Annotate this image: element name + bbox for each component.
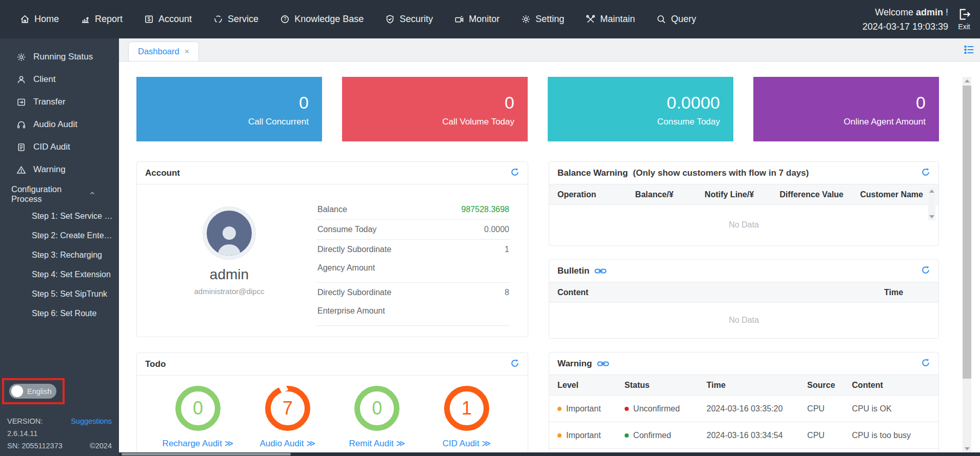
sidebar-item-label: Running Status (33, 52, 93, 62)
stat-card-call-concurrent: 0 Call Concurrent (136, 77, 322, 141)
scroll-down-arrow[interactable] (929, 215, 934, 218)
tools-icon (586, 14, 595, 24)
stat-value: 0 (299, 91, 309, 114)
vertical-scrollbar[interactable] (963, 77, 971, 453)
nav-item-query[interactable]: Query (646, 0, 707, 38)
todo-ring: 7 (265, 386, 310, 431)
sidebar-step-4[interactable]: Step 4: Set Extension (0, 265, 119, 284)
warning-row-2: Important Confirmed 2024-03-16 03:34:54 … (549, 422, 938, 449)
dashboard-content: 0 Call Concurrent 0 Call Volume Today 0.… (119, 61, 980, 455)
current-datetime: 2024-03-17 19:03:39 (863, 19, 948, 34)
suggestions-link[interactable]: Suggestions (71, 415, 112, 427)
sidebar-item-cid-audit[interactable]: CID Audit (0, 136, 119, 158)
refresh-icon[interactable] (921, 168, 930, 179)
tab-list-menu-icon[interactable] (964, 44, 975, 57)
recharge-audit-link[interactable]: Recharge Audit ≫ (163, 438, 234, 449)
refresh-icon[interactable] (510, 168, 519, 179)
nav-item-home[interactable]: Home (9, 0, 70, 38)
nav-item-report[interactable]: Report (70, 0, 133, 38)
nav-item-service[interactable]: Service (203, 0, 269, 38)
nav-item-account[interactable]: $ Account (133, 0, 203, 38)
link-icon[interactable] (597, 360, 609, 367)
refresh-icon[interactable] (921, 265, 930, 277)
tab-bar: Dashboard × (119, 38, 980, 61)
search-icon (656, 14, 666, 24)
top-navbar: Home Report $ Account Service ? Knowledg… (0, 0, 980, 38)
sidebar-step-2[interactable]: Step 2: Create Ente… (0, 226, 119, 245)
account-row-agency-amount: Directly Subordinate Agency Amount 1 (316, 240, 510, 283)
document-icon (16, 142, 26, 152)
stat-label: Call Volume Today (443, 117, 515, 127)
scrollbar-thumb[interactable] (963, 86, 971, 379)
account-email: administrator@dipcc (194, 287, 265, 296)
main-area: Dashboard × 0 Call Concurrent 0 Call Vol… (119, 38, 980, 456)
headset-icon (16, 120, 26, 130)
bulletin-table-header: Content Time (549, 282, 938, 303)
nav-item-label: Setting (535, 14, 564, 25)
balance-warning-table-header: Operation Balance/¥ Notify Line/¥ Differ… (549, 184, 938, 205)
scrollbar-up-arrow[interactable] (965, 79, 970, 82)
language-toggle[interactable]: English (9, 384, 56, 399)
account-row-consume-today: Consume Today 0.0000 (316, 220, 510, 240)
chevron-up-icon (88, 189, 96, 199)
shield-check-icon (385, 14, 395, 24)
sidebar-section-configuration-process[interactable]: Configuration Process (0, 182, 119, 206)
nav-item-knowledge-base[interactable]: ? Knowledge Base (269, 0, 374, 38)
nav-item-label: Report (95, 14, 123, 25)
warning-triangle-icon (16, 165, 26, 175)
table-scrollbar[interactable] (928, 188, 935, 220)
tab-dashboard[interactable]: Dashboard × (128, 42, 199, 61)
sidebar-item-transfer[interactable]: Transfer (0, 91, 119, 113)
nav-item-maintain[interactable]: Maintain (575, 0, 646, 38)
sidebar-item-audio-audit[interactable]: Audio Audit (0, 113, 119, 136)
sidebar-step-3[interactable]: Step 3: Recharging (0, 245, 119, 265)
home-icon (20, 14, 30, 24)
stat-value: 0.0000 (667, 91, 720, 114)
nav-item-monitor[interactable]: Monitor (444, 0, 510, 38)
todo-item-cid-audit: 1 CID Audit ≫ (428, 386, 505, 449)
dollar-card-icon: $ (144, 14, 154, 24)
stat-card-consume-today: 0.0000 Consume Today (548, 77, 733, 141)
horizontal-scrollbar-thumb[interactable] (122, 453, 291, 455)
sidebar-item-running-status[interactable]: Running Status (0, 46, 119, 68)
sidebar: Running Status Client Transfer Audio Aud… (0, 38, 119, 456)
scroll-up-arrow[interactable] (929, 190, 934, 193)
exit-button[interactable]: Exit (957, 8, 973, 31)
nav-item-label: Monitor (469, 14, 499, 25)
audio-audit-link[interactable]: Audio Audit ≫ (259, 438, 315, 449)
avatar (203, 207, 255, 259)
refresh-icon[interactable] (921, 358, 930, 369)
stat-value: 0 (505, 91, 514, 114)
horizontal-scrollbar[interactable] (119, 452, 980, 456)
sidebar-step-1[interactable]: Step 1: Set Service … (0, 206, 119, 226)
panel-subtitle: (Only show customers with flow in 7 days… (633, 168, 809, 178)
serial-number: SN: 2055112373 (7, 440, 63, 452)
nav-item-setting[interactable]: Setting (510, 0, 575, 38)
copyright: ©2024 (90, 440, 112, 452)
nav-item-label: Home (34, 14, 59, 25)
user-session-info: Welcome admin ! 2024-03-17 19:03:39 (863, 5, 948, 34)
tab-close-icon[interactable]: × (185, 47, 189, 56)
account-panel: Account admin administrator@dipcc (136, 161, 528, 337)
sidebar-item-label: Client (33, 74, 55, 85)
todo-item-remit-audit: 0 Remit Audit ≫ (338, 386, 415, 449)
svg-text:$: $ (148, 16, 151, 22)
todo-panel: Todo 0 Recharge Audit ≫ 7 Audio Audit ≫ (136, 353, 528, 456)
scrollbar-down-arrow[interactable] (965, 447, 970, 450)
remit-audit-link[interactable]: Remit Audit ≫ (349, 438, 405, 449)
link-icon[interactable] (594, 267, 607, 275)
account-row-enterprise-amount: Directly Subordinate Enterprise Amount 8 (316, 283, 510, 326)
sidebar-step-5[interactable]: Step 5: Set SipTrunk (0, 284, 119, 304)
sidebar-item-client[interactable]: Client (0, 68, 119, 91)
stat-label: Call Concurrent (248, 117, 309, 127)
sidebar-item-label: Audio Audit (33, 119, 77, 130)
nav-item-security[interactable]: Security (374, 0, 444, 38)
nav-item-label: Query (671, 14, 696, 25)
sidebar-step-6[interactable]: Step 6: Set Route (0, 304, 119, 323)
refresh-icon[interactable] (510, 359, 519, 370)
stat-label: Consume Today (657, 117, 720, 127)
cid-audit-link[interactable]: CID Audit ≫ (443, 438, 491, 449)
sync-arrows-icon (213, 14, 223, 24)
todo-ring: 0 (354, 386, 399, 431)
sidebar-item-warning[interactable]: Warning (0, 158, 119, 181)
